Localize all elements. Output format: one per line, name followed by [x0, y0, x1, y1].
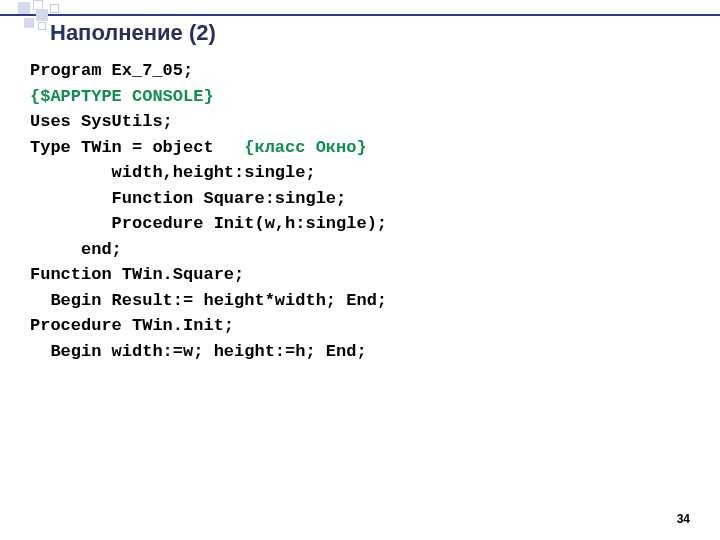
page-number: 34: [677, 512, 690, 526]
decor-square: [38, 22, 46, 30]
page-title: Наполнение (2): [50, 20, 216, 46]
code-line: Program Ex_7_05;: [30, 61, 193, 80]
code-line: Begin Result:= height*width; End;: [30, 291, 387, 310]
code-line: Procedure TWin.Init;: [30, 316, 234, 335]
header-bar: [0, 14, 720, 16]
decor-square: [18, 2, 30, 14]
code-line: Uses SysUtils;: [30, 112, 173, 131]
code-line: {$APPTYPE CONSOLE}: [30, 87, 214, 106]
decor-square: [50, 4, 59, 13]
decor-square: [24, 18, 34, 28]
code-comment: {класс Окно}: [244, 138, 366, 157]
code-line: Begin width:=w; height:=h; End;: [30, 342, 367, 361]
code-line: Procedure Init(w,h:single);: [30, 214, 387, 233]
code-line: Function Square:single;: [30, 189, 346, 208]
code-block: Program Ex_7_05; {$APPTYPE CONSOLE} Uses…: [30, 58, 387, 364]
code-line: Function TWin.Square;: [30, 265, 244, 284]
code-line: Type TWin = object: [30, 138, 244, 157]
decor-square: [36, 9, 48, 21]
code-line: end;: [30, 240, 122, 259]
code-line: width,height:single;: [30, 163, 316, 182]
